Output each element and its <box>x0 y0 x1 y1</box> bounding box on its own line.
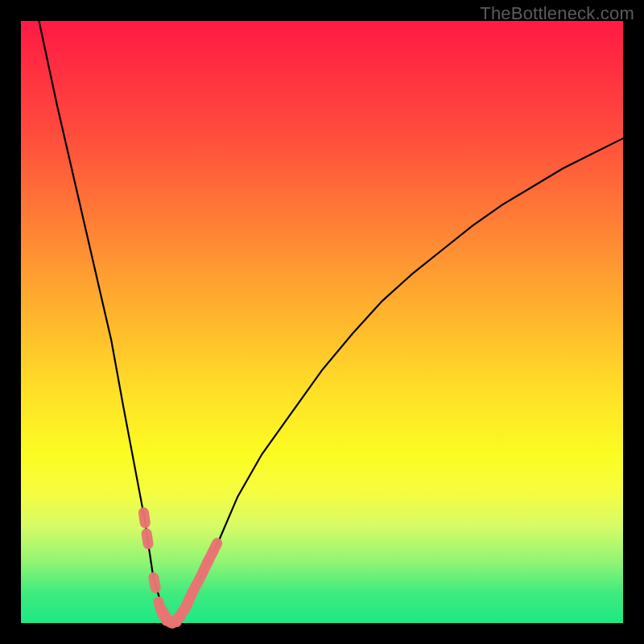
curve-marker <box>141 527 155 550</box>
marker-group <box>138 506 224 630</box>
bottleneck-curve <box>39 21 623 621</box>
curve-marker <box>138 506 151 529</box>
watermark-text: TheBottleneck.com <box>480 3 634 24</box>
curve-marker <box>147 572 162 594</box>
chart-area <box>21 21 623 623</box>
chart-svg <box>21 21 623 623</box>
